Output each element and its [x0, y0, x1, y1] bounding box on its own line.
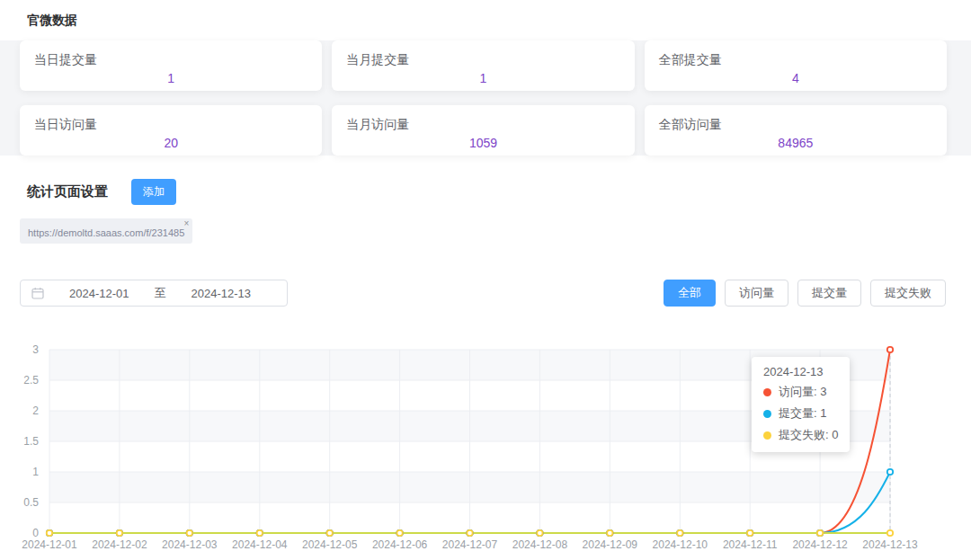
stats-grid-background: 当日提交量 1 当月提交量 1 全部提交量 4 当日访问量 20 当月访问量	[0, 40, 971, 156]
stat-card-monthly-visits: 当月访问量 1059	[332, 105, 634, 156]
tooltip-series-text: 访问量: 3	[779, 384, 826, 400]
svg-text:2024-12-08: 2024-12-08	[512, 538, 568, 551]
svg-text:2.5: 2.5	[23, 374, 39, 387]
page-title: 官微数据	[0, 13, 971, 29]
stat-card-value: 84965	[659, 136, 932, 150]
settings-header: 统计页面设置 添加	[27, 179, 971, 205]
svg-text:0: 0	[32, 527, 39, 539]
svg-text:2024-12-12: 2024-12-12	[792, 538, 848, 551]
stat-card-label: 当月访问量	[346, 117, 619, 133]
date-range-picker[interactable]: 2024-12-01 至 2024-12-13	[20, 280, 288, 307]
stat-card-label: 当日提交量	[34, 52, 307, 68]
tooltip-series-dot	[763, 410, 771, 418]
stat-card-value: 4	[659, 71, 932, 85]
add-button[interactable]: 添加	[131, 179, 176, 205]
stats-page-settings-section: 统计页面设置 添加 https://demoltd.saaas.com/f/23…	[0, 179, 971, 244]
stat-card-daily-visits: 当日访问量 20	[20, 105, 322, 156]
svg-text:3: 3	[32, 343, 39, 356]
svg-text:1.5: 1.5	[23, 435, 39, 448]
tracked-url-text: https://demoltd.saaas.com/f/231485	[28, 227, 184, 238]
tooltip-date: 2024-12-13	[763, 365, 838, 378]
settings-title: 统计页面设置	[27, 183, 108, 200]
stat-card-value: 1	[34, 71, 307, 85]
stat-card-label: 全部提交量	[659, 52, 932, 68]
svg-text:2024-12-03: 2024-12-03	[162, 538, 218, 551]
tooltip-series-dot	[763, 431, 771, 440]
svg-text:2024-12-05: 2024-12-05	[302, 538, 358, 551]
stat-card-value: 20	[34, 136, 307, 150]
filter-submissions-button[interactable]: 提交量	[797, 280, 861, 307]
series-filter-group: 全部 访问量 提交量 提交失败	[664, 280, 946, 307]
stat-card-total-visits: 全部访问量 84965	[645, 105, 947, 156]
stat-card-monthly-submissions: 当月提交量 1	[332, 40, 634, 91]
filter-all-button[interactable]: 全部	[664, 280, 716, 307]
chart-tooltip: 2024-12-13 访问量: 3 提交量: 1 提交失败: 0	[752, 357, 850, 452]
stat-card-value: 1059	[346, 136, 619, 150]
stat-card-label: 全部访问量	[659, 117, 932, 133]
date-start-value: 2024-12-01	[44, 287, 155, 300]
svg-text:2024-12-07: 2024-12-07	[442, 538, 498, 551]
tooltip-row: 访问量: 3	[763, 384, 838, 400]
stat-card-daily-submissions: 当日提交量 1	[20, 40, 322, 91]
tooltip-row: 提交量: 1	[763, 405, 838, 422]
svg-text:2024-12-02: 2024-12-02	[92, 538, 147, 551]
filter-failures-button[interactable]: 提交失败	[870, 280, 946, 307]
stat-card-value: 1	[346, 71, 619, 85]
tooltip-series-text: 提交量: 1	[779, 405, 826, 422]
date-end-value: 2024-12-13	[166, 287, 277, 300]
svg-text:1: 1	[32, 466, 39, 478]
stat-card-total-submissions: 全部提交量 4	[645, 40, 947, 91]
calendar-icon	[31, 287, 44, 299]
tooltip-series-text: 提交失败: 0	[779, 427, 838, 443]
tooltip-row: 提交失败: 0	[763, 427, 838, 443]
svg-text:2024-12-04: 2024-12-04	[232, 538, 288, 551]
close-icon[interactable]: ×	[183, 219, 189, 228]
chart-toolbar: 2024-12-01 至 2024-12-13 全部 访问量 提交量 提交失败	[0, 280, 971, 307]
page-root: 官微数据 当日提交量 1 当月提交量 1 全部提交量 4 当日访问量 20	[0, 0, 971, 560]
tracked-url-tag: https://demoltd.saaas.com/f/231485 ×	[20, 218, 192, 244]
stat-card-label: 当月提交量	[346, 52, 619, 68]
svg-text:2024-12-11: 2024-12-11	[723, 538, 778, 551]
stats-section: 官微数据 当日提交量 1 当月提交量 1 全部提交量 4 当日访问量 20	[0, 13, 971, 156]
stats-grid: 当日提交量 1 当月提交量 1 全部提交量 4 当日访问量 20 当月访问量	[20, 40, 947, 156]
chart-section: 00.511.522.532024-12-012024-12-022024-12…	[0, 337, 971, 560]
filter-visits-button[interactable]: 访问量	[725, 280, 788, 307]
tooltip-series-dot	[763, 388, 771, 396]
svg-text:2024-12-06: 2024-12-06	[372, 538, 428, 551]
svg-text:2024-12-13: 2024-12-13	[862, 538, 918, 551]
date-range-separator: 至	[155, 285, 166, 301]
svg-text:0.5: 0.5	[23, 496, 39, 509]
svg-text:2: 2	[32, 404, 39, 417]
svg-text:2024-12-09: 2024-12-09	[583, 538, 638, 551]
svg-text:2024-12-10: 2024-12-10	[653, 538, 708, 551]
stat-card-label: 当日访问量	[34, 117, 307, 133]
svg-text:2024-12-01: 2024-12-01	[22, 538, 77, 551]
